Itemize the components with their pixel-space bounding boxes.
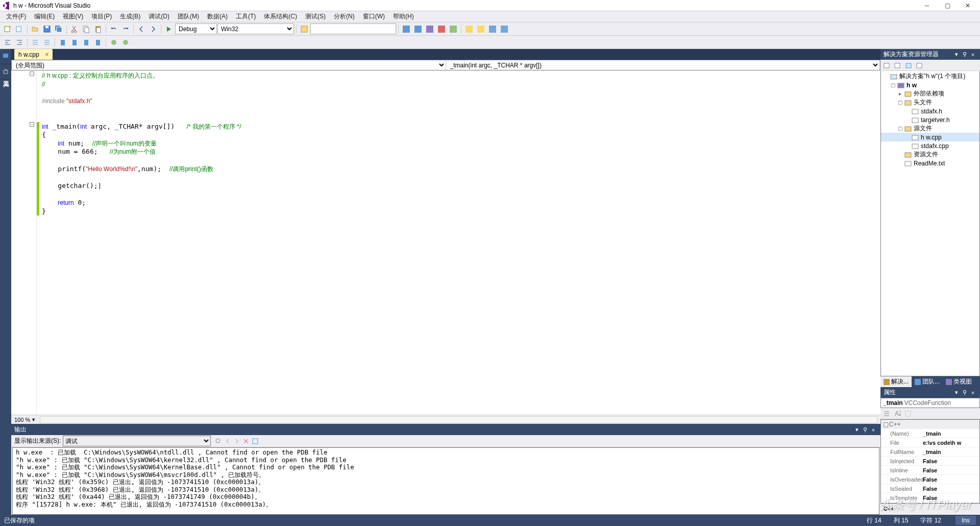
scope-select[interactable]: (全局范围) — [12, 60, 446, 70]
add-item-button[interactable] — [14, 23, 25, 35]
tree-node[interactable]: targetver.h — [881, 115, 979, 124]
uncomment-button[interactable] — [41, 37, 53, 48]
cut-button[interactable] — [69, 23, 80, 35]
redo-button[interactable] — [120, 23, 131, 35]
tree-node[interactable]: 资源文件 — [881, 150, 979, 159]
output-text[interactable]: h w.exe : 已加载 C:\Windows\SysWOW64\ntdll.… — [12, 447, 879, 515]
find-in-files-button[interactable] — [299, 23, 310, 35]
minimize-button[interactable]: ─ — [917, 1, 937, 11]
start-button[interactable] — [163, 23, 175, 35]
props-close-icon[interactable]: × — [969, 389, 977, 397]
doc-tab-active[interactable]: h w.cpp × — [14, 49, 53, 60]
menu-S[interactable]: 测试(S) — [301, 11, 330, 22]
new-project-button[interactable] — [2, 23, 13, 35]
menu-N[interactable]: 分析(N) — [330, 11, 359, 22]
output-prev-button[interactable] — [224, 438, 231, 445]
menu-H[interactable]: 帮助(H) — [389, 11, 418, 22]
server-explorer-tab[interactable]: 服务器资源管理器 — [0, 49, 11, 64]
doc-tab-close-icon[interactable]: × — [43, 51, 51, 58]
props-grid[interactable]: ▢C++(Name)_tmainFilee:\vs code\h wFullNa… — [880, 419, 980, 504]
output-find-button[interactable] — [215, 438, 222, 445]
tab-classview[interactable]: 类视图 — [943, 376, 975, 387]
ext1-button[interactable] — [401, 23, 412, 35]
copy-button[interactable] — [81, 23, 92, 35]
indent-left-button[interactable] — [2, 37, 13, 48]
sol-showall-button[interactable] — [903, 60, 914, 70]
props-az-button[interactable]: AZ — [892, 409, 902, 419]
maximize-button[interactable]: ▢ — [937, 1, 958, 11]
tree-node[interactable]: h w.cpp — [881, 133, 979, 141]
toolbox-tab[interactable]: 工具箱 — [0, 64, 11, 80]
menu-V[interactable]: 视图(V) — [59, 11, 87, 22]
props-pin-icon[interactable]: ⚲ — [961, 389, 969, 397]
bookmark-button[interactable] — [57, 37, 68, 48]
sol-props-button[interactable] — [914, 60, 924, 70]
paste-button[interactable] — [92, 23, 104, 35]
tree-node[interactable]: stdafx.h — [881, 107, 979, 115]
ext9-button[interactable] — [499, 23, 510, 35]
comment-button[interactable] — [30, 37, 41, 48]
ext8-button[interactable] — [487, 23, 498, 35]
ext4-button[interactable] — [436, 23, 447, 35]
h-scrollbar[interactable] — [40, 416, 877, 423]
ext5-button[interactable] — [448, 23, 459, 35]
menu-F[interactable]: 文件(F) — [2, 11, 30, 22]
bookmark-clear-button[interactable] — [92, 37, 104, 48]
tree-node[interactable]: 解决方案"h w"(1 个项目) — [881, 72, 979, 81]
search-input[interactable] — [310, 23, 396, 34]
misc2-button[interactable] — [120, 37, 131, 48]
misc1-button[interactable] — [108, 37, 119, 48]
tree-node[interactable]: ▸外部依赖项 — [881, 89, 979, 98]
menu-B[interactable]: 生成(B) — [116, 11, 144, 22]
sol-dropdown-icon[interactable]: ▾ — [952, 51, 961, 59]
props-cat-button[interactable] — [881, 409, 892, 419]
menu-D[interactable]: 调试(D) — [144, 11, 174, 22]
platform-select[interactable]: Win32 — [217, 23, 294, 34]
close-button[interactable]: ✕ — [958, 1, 978, 11]
bookmark-next-button[interactable] — [81, 37, 92, 48]
props-object-select[interactable]: _tmain VCCodeFunction — [880, 398, 980, 408]
output-next-button[interactable] — [233, 438, 240, 445]
code-editor[interactable]: − − // h w.cpp : 定义控制台应用程序的入口点。 // #incl… — [11, 70, 880, 415]
ext2-button[interactable] — [412, 23, 424, 35]
tree-node[interactable]: ▢源文件 — [881, 124, 979, 133]
fold-icon[interactable]: − — [30, 122, 34, 127]
tab-team[interactable]: 团队... — [912, 376, 943, 387]
output-dropdown-icon[interactable]: ▾ — [853, 426, 861, 434]
output-wrap-button[interactable] — [252, 438, 259, 445]
tree-node[interactable]: ▢h w — [881, 81, 979, 89]
menu-M[interactable]: 团队(M) — [174, 11, 203, 22]
ext6-button[interactable] — [463, 23, 475, 35]
sol-close-icon[interactable]: × — [969, 51, 977, 59]
props-dropdown-icon[interactable]: ▾ — [952, 389, 961, 397]
fold-icon[interactable]: − — [30, 71, 34, 76]
nav-fwd-button[interactable] — [148, 23, 159, 35]
ext7-button[interactable] — [475, 23, 486, 35]
tree-node[interactable]: ▢头文件 — [881, 98, 979, 107]
indent-right-button[interactable] — [14, 37, 25, 48]
sol-home-button[interactable] — [881, 60, 892, 70]
output-source-select[interactable]: 调试 — [63, 436, 211, 446]
code-text[interactable]: // h w.cpp : 定义控制台应用程序的入口点。 // #include … — [37, 70, 880, 216]
sol-pin-icon[interactable]: ⚲ — [961, 51, 969, 59]
tree-node[interactable]: stdafx.cpp — [881, 141, 979, 150]
bookmark-prev-button[interactable] — [69, 37, 80, 48]
tab-solution[interactable]: 解决... — [880, 376, 912, 387]
solution-tree[interactable]: 解决方案"h w"(1 个项目)▢h w▸外部依赖项▢头文件stdafx.hta… — [880, 71, 980, 376]
undo-button[interactable] — [108, 23, 119, 35]
save-button[interactable] — [41, 23, 53, 35]
props-pages-button[interactable] — [903, 409, 913, 419]
output-pin-icon[interactable]: ⚲ — [861, 426, 869, 434]
menu-T[interactable]: 工具(T) — [232, 11, 260, 22]
member-select[interactable]: _tmain(int argc, _TCHAR * argv[]) — [446, 60, 880, 70]
output-close-icon[interactable]: × — [869, 426, 877, 434]
zoom-level[interactable]: 100 % — [14, 417, 30, 423]
menu-A[interactable]: 数据(A) — [203, 11, 232, 22]
save-all-button[interactable] — [53, 23, 64, 35]
ext3-button[interactable] — [424, 23, 435, 35]
open-button[interactable] — [30, 23, 41, 35]
menu-E[interactable]: 编辑(E) — [30, 11, 59, 22]
tree-node[interactable]: ReadMe.txt — [881, 159, 979, 168]
output-clear-button[interactable] — [242, 438, 250, 445]
menu-P[interactable]: 项目(P) — [87, 11, 116, 22]
